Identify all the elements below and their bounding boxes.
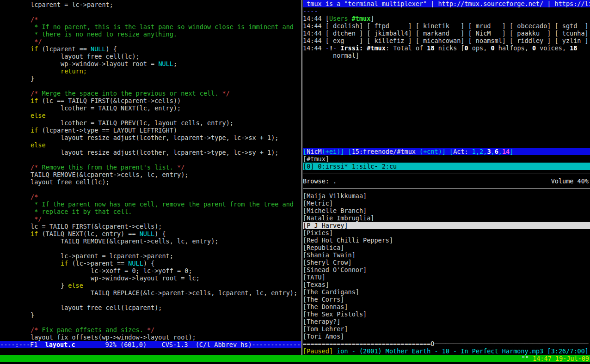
artist-row[interactable]: [Metric] [303, 200, 590, 207]
terminal-row: lc->parent = lcparent->parent; [0, 252, 301, 260]
terminal-row [303, 140, 590, 148]
irc-nick-row: 14:44 [ dcolish] [ ftpd ] [ kinetik ] [ … [303, 22, 590, 30]
terminal-row: layout_resize_adjust(lcother, lcparent->… [0, 149, 301, 156]
irssi-statusbar: [NicM(+ei)] [15:freenode/#tmux (+cnt)] [… [303, 148, 590, 155]
terminal-row: * there is no need to resize anything. [0, 30, 301, 38]
terminal-row [303, 118, 590, 126]
artist-row[interactable]: [The Sex Pistols] [303, 310, 590, 318]
terminal-row: layout_free_cell(lc); [0, 178, 301, 186]
terminal-row: layout_fix_offsets(wp->window->layout_ro… [0, 334, 301, 341]
artist-row[interactable]: [Sinead O'Connor] [303, 266, 590, 273]
terminal-row: lcother = TAILQ_PREV(lc, layout_cells, e… [0, 119, 301, 127]
terminal-row: lcparent = lc->parent; [0, 1, 301, 8]
terminal-row: * replace it by that cell. [0, 208, 301, 215]
terminal-row: * If no parent, this is the last pane so… [0, 23, 301, 30]
terminal-row: lc->xoff = 0; lc->yoff = 0; [0, 267, 301, 274]
terminal-row: else [0, 141, 301, 149]
ncmpc-progress-bar[interactable]: ==================================O─────… [303, 340, 590, 347]
irc-message: normal] [303, 52, 590, 59]
terminal-row: layout_free_cell(lc); [0, 53, 301, 60]
terminal-row: TAILQ_REMOVE(&lcparent->cells, lc, entry… [0, 237, 301, 245]
artist-row[interactable]: [Republica] [303, 244, 590, 251]
terminal-row: } [0, 75, 301, 82]
terminal-row [303, 96, 590, 103]
ncmpc-header-rule [303, 185, 590, 192]
terminal-row: * If the parent now has one cell, remove… [0, 200, 301, 208]
tmux-vertical-pane-divider[interactable] [301, 0, 302, 355]
terminal-row [0, 156, 301, 164]
terminal-row: if (lcparent->type == LAYOUT_LEFTRIGHT) [0, 127, 301, 134]
artist-row[interactable]: [Michelle Branch] [303, 207, 590, 214]
terminal-row [0, 8, 301, 16]
terminal-row: if (lc->parent == NULL) { [0, 260, 301, 267]
tmux-clock: 14:47 19-Jul-09 [533, 355, 589, 362]
terminal-row: if (lc == TAILQ_FIRST(&lcparent->cells)) [0, 97, 301, 104]
terminal-row [303, 133, 590, 140]
artist-row[interactable]: [Texas] [303, 281, 590, 288]
terminal-row: lcother = TAILQ_NEXT(lc, entry); [0, 104, 301, 112]
irssi-topic-bar: tmux is a "terminal multiplexer" | http:… [303, 0, 590, 7]
artist-row[interactable]: [Maija Vilkkumaa] [303, 192, 590, 200]
tmux-status-right: "" 14:47 19-Jul-09 [522, 355, 589, 362]
terminal-row: return; [0, 67, 301, 75]
artist-row[interactable]: [Tori Amos] [303, 333, 590, 340]
terminal-row: /* [0, 16, 301, 23]
terminal-row: } else [0, 282, 301, 289]
terminal-row [303, 59, 590, 67]
tmux-hostname: "" [522, 355, 533, 362]
irc-nick-row: 14:44 [ exg ] [ killefiz ] [ micahcowan]… [303, 37, 590, 44]
irc-message: 14:44 -!- Irssi: #tmux: Total of 18 nick… [303, 44, 590, 52]
code-editor-pane[interactable]: lcparent = lc->parent; /* * If no parent… [0, 1, 301, 341]
artist-row[interactable]: [The Donnas] [303, 303, 590, 310]
artist-row[interactable]: [Sheryl Crow] [303, 259, 590, 266]
terminal-row: layout_resize_adjust(lcother, lcparent->… [0, 134, 301, 141]
right-column: tmux is a "terminal multiplexer" | http:… [303, 0, 590, 355]
terminal-row: else [0, 112, 301, 119]
artist-row[interactable]: [The Corrs] [303, 296, 590, 303]
artist-row-selected[interactable]: [P J Harvey] [303, 222, 590, 229]
terminal-row [0, 186, 301, 193]
terminal-row [0, 319, 301, 326]
terminal-row: /* Fix pane offsets and sizes. */ [0, 326, 301, 334]
terminal-row: if (TAILQ_NEXT(lc, entry) == NULL) { [0, 230, 301, 237]
terminal-row: } [0, 311, 301, 319]
irc-message: 14:44 [Users #tmux] [303, 15, 590, 22]
artist-row[interactable]: [Tom Lehrer] [303, 325, 590, 333]
terminal-row [303, 81, 590, 89]
terminal-row [303, 89, 590, 96]
artist-row[interactable]: [Red Hot Chilli Peppers] [303, 237, 590, 244]
artist-row[interactable]: [The Cardigans] [303, 288, 590, 296]
ncmpc-nowplaying: [Paused] ion - (2001) Mother Earth - 10 … [303, 347, 590, 355]
pane-divider-horizontal [303, 170, 590, 177]
irssi-input-line[interactable]: [#tmux] [303, 155, 590, 163]
terminal-row: wp->window->layout_root = NULL; [0, 60, 301, 67]
inner-tmux-statusbar[interactable]: [0] 0:irssi* 1:silc- 2:cu [303, 163, 590, 170]
terminal-row [303, 126, 590, 133]
artist-row[interactable]: [Natalie Imbruglia] [303, 214, 590, 222]
artist-row[interactable]: [TATU] [303, 273, 590, 281]
terminal-row: /* Merge the space into the previous or … [0, 90, 301, 97]
terminal-row [303, 67, 590, 74]
emacs-modeline: ----:---F1 layout.c 92% (601,0) CVS-1.3 … [0, 341, 301, 348]
tmux-status-bar[interactable]: [0] 0:irssi* 1:todo 2:ncmpc- 3:mutt 4:ss… [0, 355, 590, 362]
terminal-row: /* Remove this from the parent's list. *… [0, 164, 301, 171]
terminal-row: if (lcparent == NULL) { [0, 45, 301, 53]
terminal-row: /* [0, 193, 301, 200]
terminal-row: */ [0, 215, 301, 223]
terminal-row [303, 103, 590, 111]
terminal-row [303, 111, 590, 118]
terminal-row [303, 74, 590, 81]
terminal-row: layout_free_cell(lcparent); [0, 304, 301, 311]
terminal-row [0, 297, 301, 304]
terminal-row: lc = TAILQ_FIRST(&lcparent->cells); [0, 223, 301, 230]
ncmpc-header: Browse: .Volume 40% [303, 177, 590, 185]
topic-continuation: ---- [303, 7, 590, 15]
artist-row[interactable]: [Therapy?] [303, 318, 590, 325]
terminal-row [0, 245, 301, 252]
artist-row[interactable]: [Shania Twain] [303, 251, 590, 259]
terminal-row: TAILQ_REPLACE(&lc->parent->cells, lcpare… [0, 289, 301, 297]
artist-row[interactable]: [Pixies] [303, 229, 590, 237]
terminal-row [0, 82, 301, 90]
terminal-row: wp->window->layout_root = lc; [0, 274, 301, 282]
terminal-row: TAILQ_REMOVE(&lcparent->cells, lc, entry… [0, 171, 301, 178]
